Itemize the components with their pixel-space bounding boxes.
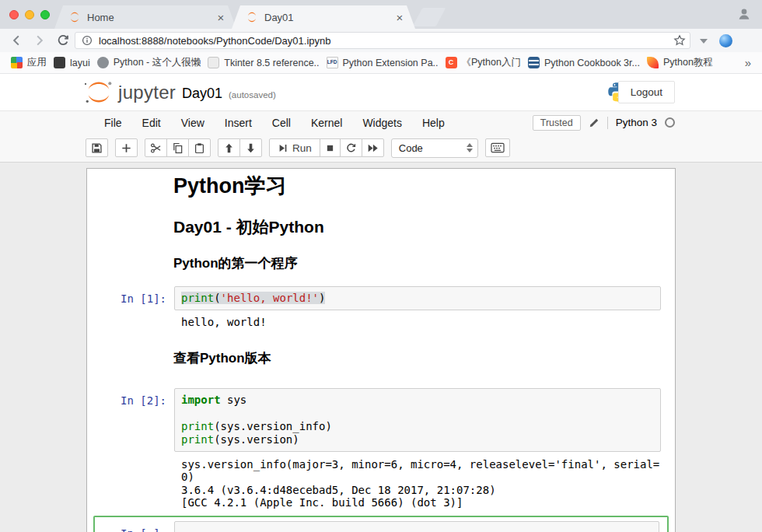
markdown-heading-3: Python的第一个程序 (173, 255, 675, 271)
reload-icon[interactable] (56, 33, 70, 47)
forward-icon[interactable] (33, 33, 47, 47)
move-cell-down-button[interactable] (239, 138, 262, 157)
profile-icon[interactable] (737, 7, 751, 21)
markdown-heading-3: 查看Python版本 (173, 350, 675, 366)
move-cell-up-button[interactable] (218, 138, 240, 157)
bookmark-python-cookbook[interactable]: Python Cookbook 3r... (528, 57, 640, 68)
bookmark-python-intro[interactable]: C 《Python入门 (446, 56, 521, 69)
interrupt-kernel-button[interactable] (320, 138, 341, 157)
csdn-favicon-icon: C (446, 57, 457, 68)
zoom-button[interactable] (40, 10, 50, 19)
menu-kernel[interactable]: Kernel (301, 117, 352, 129)
code-input[interactable]: print('hello, world!') (174, 286, 661, 310)
jupyter-logo[interactable]: jupyter (82, 80, 176, 104)
url-text: localhost:8888/notebooks/PythonCode/Day0… (99, 35, 331, 47)
output-line: sys.version_info(major=3, minor=6, micro… (181, 458, 659, 471)
extension-globe-icon[interactable] (719, 34, 732, 47)
address-bar[interactable]: localhost:8888/notebooks/PythonCode/Day0… (75, 32, 690, 49)
book-favicon-icon (528, 57, 540, 68)
menu-view[interactable]: View (171, 117, 215, 129)
markdown-heading-1: Python学习 (173, 173, 675, 198)
minimize-button[interactable] (25, 10, 34, 19)
autosave-status: (autosaved) (229, 90, 276, 100)
run-cell-button[interactable]: Run (269, 138, 320, 157)
code-input[interactable] (174, 521, 659, 532)
restart-run-all-button[interactable] (362, 138, 384, 157)
cell-type-select[interactable]: Code (391, 138, 478, 158)
bookmark-star-icon[interactable] (673, 34, 686, 47)
bookmark-label: 应用 (27, 56, 47, 69)
bookmark-label: Python - 这个人很懒 (114, 56, 201, 69)
restart-kernel-button[interactable] (340, 138, 362, 157)
menu-widgets[interactable]: Widgets (352, 117, 412, 129)
bookmark-python-blog[interactable]: Python - 这个人很懒 (97, 56, 201, 69)
bookmark-label: Python Cookbook 3r... (544, 58, 640, 68)
info-icon[interactable] (82, 35, 93, 46)
menu-edit[interactable]: Edit (132, 117, 171, 129)
feather-favicon-icon (647, 57, 659, 68)
cut-cell-button[interactable] (145, 138, 167, 157)
browser-tab-day01[interactable]: Day01 × (232, 5, 415, 29)
bookmarks-bar: 应用 layui Python - 这个人很懒 Tkinter 8.5 refe… (0, 52, 762, 74)
omnibox-dropdown-icon[interactable] (700, 39, 708, 44)
menu-help[interactable]: Help (412, 117, 455, 129)
pencil-icon (589, 117, 599, 128)
close-tab-icon[interactable]: × (393, 12, 406, 23)
jupyter-menubar: File Edit View Insert Cell Kernel Widget… (0, 110, 762, 134)
menu-cell[interactable]: Cell (262, 117, 301, 129)
code-cell-3-editing: In [ ]: (93, 516, 669, 532)
jupyter-wordmark: jupyter (118, 82, 176, 103)
bookmark-python-tutorial[interactable]: Python教程 (647, 56, 713, 69)
output-line: hello, world! (181, 316, 267, 329)
close-tab-icon[interactable]: × (215, 12, 227, 23)
browser-tab-strip: Home × Day01 × (0, 0, 762, 29)
close-button[interactable] (9, 10, 19, 19)
jupyter-favicon-icon (68, 11, 81, 23)
output-line: 0) (181, 471, 659, 484)
insert-cell-button[interactable] (115, 138, 138, 157)
blog-favicon-icon (97, 57, 109, 68)
cell-type-value: Code (399, 142, 423, 154)
new-tab-button[interactable] (413, 8, 446, 26)
bookmarks-overflow-chevron[interactable]: » (745, 56, 751, 69)
notebook-scroll-area[interactable]: Python学习 Day01 - 初始Python Python的第一个程序 I… (0, 163, 762, 532)
tab-title: Day01 (264, 12, 387, 23)
browser-tab-home[interactable]: Home × (54, 5, 236, 29)
kernel-idle-icon (665, 117, 675, 128)
command-palette-button[interactable] (485, 138, 510, 157)
layui-favicon-icon (54, 57, 65, 68)
trusted-button[interactable]: Trusted (533, 115, 581, 131)
jupyter-favicon-icon (246, 11, 258, 23)
logout-button[interactable]: Logout (618, 81, 675, 103)
bookmark-apps[interactable]: 应用 (11, 56, 47, 69)
input-prompt: In [ ]: (95, 521, 174, 532)
bookmark-label: 《Python入门 (462, 56, 521, 69)
select-arrows-icon (467, 143, 473, 152)
save-button[interactable] (86, 138, 108, 157)
bookmark-layui[interactable]: layui (54, 57, 90, 68)
notebook-title[interactable]: Day01 (182, 86, 222, 102)
paste-cell-button[interactable] (188, 138, 211, 157)
output-line: 3.6.4 (v3.6.4:d48ecebad5, Dec 18 2017, 2… (181, 484, 659, 497)
bookmark-tkinter-reference[interactable]: Tkinter 8.5 reference.. (208, 57, 319, 68)
menu-insert[interactable]: Insert (215, 117, 262, 129)
apps-grid-icon (11, 57, 23, 68)
bookmark-python-extension[interactable]: LFD Python Extension Pa.. (327, 57, 439, 68)
bookmark-label: Python教程 (663, 56, 713, 69)
code-input[interactable]: import sys print(sys.version_info) print… (174, 388, 661, 452)
input-prompt: In [1]: (87, 286, 174, 310)
tkinter-favicon-icon (208, 57, 219, 68)
browser-toolbar: localhost:8888/notebooks/PythonCode/Day0… (0, 29, 762, 52)
jupyter-header: jupyter Day01 (autosaved) Logout (0, 74, 762, 110)
jupyter-toolbar: Run Code (0, 134, 762, 163)
kernel-name[interactable]: Python 3 (616, 117, 657, 128)
output-line: [GCC 4.2.1 (Apple Inc. build 5666) (dot … (181, 496, 659, 509)
bookmark-label: Python Extension Pa.. (343, 58, 439, 68)
notebook-page: Python学习 Day01 - 初始Python Python的第一个程序 I… (86, 168, 676, 532)
copy-cell-button[interactable] (166, 138, 189, 157)
code-cell-1: In [1]: print('hello, world!') (87, 286, 675, 310)
menu-file[interactable]: File (94, 117, 132, 129)
divider (607, 117, 608, 129)
back-icon[interactable] (9, 33, 23, 47)
run-label: Run (292, 142, 312, 154)
